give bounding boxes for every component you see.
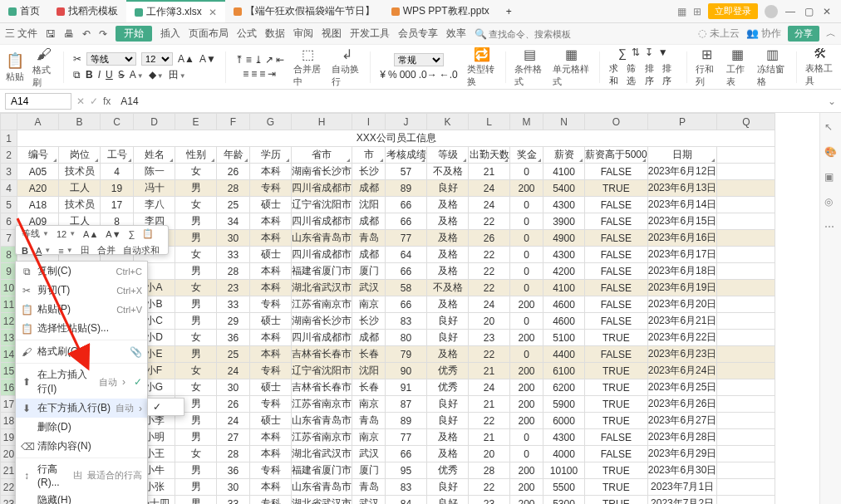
cell[interactable]: 90: [386, 363, 427, 379]
cell[interactable]: 男: [175, 313, 217, 330]
row-header[interactable]: 2: [1, 147, 17, 164]
cell[interactable]: 成都: [352, 330, 386, 346]
grid-icon[interactable]: ▦: [677, 6, 686, 17]
cell-style-button[interactable]: ▦单元格样式: [550, 45, 593, 90]
cell[interactable]: 84: [386, 496, 427, 505]
cell[interactable]: A05: [17, 164, 59, 180]
ctx-cut[interactable]: ✂剪切(T)Ctrl+X: [16, 281, 147, 300]
cell[interactable]: 男: [175, 496, 217, 505]
cell[interactable]: FALSE: [585, 263, 648, 280]
cloud-status[interactable]: ◌ 未上云: [698, 27, 739, 41]
cell[interactable]: 2023年6月21日: [647, 313, 717, 330]
cell[interactable]: 男: [175, 263, 217, 280]
comma-icon[interactable]: 000: [400, 69, 416, 81]
menu-layout[interactable]: 页面布局: [189, 27, 229, 41]
cell[interactable]: 男: [175, 296, 217, 313]
cell[interactable]: 0: [510, 280, 543, 296]
cell[interactable]: 女: [175, 164, 217, 180]
col-header-K[interactable]: K: [427, 114, 469, 130]
align-mid-icon[interactable]: ≡: [246, 54, 252, 66]
cell[interactable]: 2023年6月22日: [647, 330, 717, 346]
row-header[interactable]: 3: [1, 164, 17, 180]
format-brush-button[interactable]: 🖌格式刷: [30, 45, 57, 90]
col-header-N[interactable]: N: [543, 114, 585, 130]
cell[interactable]: 良好: [427, 479, 469, 496]
cell[interactable]: 本科: [250, 230, 292, 247]
cell[interactable]: 成都: [352, 180, 386, 197]
cell[interactable]: 青岛: [352, 230, 386, 247]
cell[interactable]: 青岛: [352, 479, 386, 496]
cell[interactable]: 19: [101, 180, 134, 197]
cell[interactable]: 李八: [134, 197, 175, 213]
mini-size[interactable]: 12▼: [54, 228, 78, 240]
mini-grow-icon[interactable]: A▲: [81, 228, 101, 240]
cell[interactable]: 36: [217, 330, 250, 346]
field-header[interactable]: 市: [352, 147, 386, 164]
cell[interactable]: A20: [17, 180, 59, 197]
cell[interactable]: FALSE: [585, 280, 648, 296]
filter-arrow-icon[interactable]: [504, 159, 508, 162]
filter-button[interactable]: ▼: [658, 46, 668, 60]
cell[interactable]: 本科: [250, 479, 292, 496]
field-header[interactable]: 薪资: [543, 147, 585, 164]
cell[interactable]: 6100: [543, 363, 585, 379]
cell[interactable]: 武汉: [352, 280, 386, 296]
qa-print-icon[interactable]: 🖶: [64, 28, 74, 40]
cell[interactable]: 厦门: [352, 263, 386, 280]
cell[interactable]: FALSE: [585, 213, 648, 230]
col-header-B[interactable]: B: [59, 114, 101, 130]
cell[interactable]: 0: [510, 197, 543, 213]
cell[interactable]: 及格: [427, 429, 469, 446]
cell[interactable]: 57: [386, 164, 427, 180]
filter-arrow-icon[interactable]: [95, 159, 98, 162]
doc-tab-4[interactable]: WPS PPT教程.pptx: [383, 0, 498, 22]
field-header[interactable]: 性别: [175, 147, 217, 164]
cell[interactable]: 0: [510, 263, 543, 280]
qa-redo-icon[interactable]: ↷: [99, 28, 107, 40]
cell[interactable]: 辽宁省沈阳市: [292, 197, 352, 213]
cell[interactable]: 4400: [543, 346, 585, 363]
search-icon[interactable]: 🔍: [475, 28, 487, 40]
cell[interactable]: 22: [469, 247, 510, 263]
cell[interactable]: 优秀: [427, 462, 469, 479]
cell[interactable]: 硕士: [250, 379, 292, 396]
cell[interactable]: 江苏省南京市: [292, 396, 352, 413]
col-header-I[interactable]: I: [352, 114, 386, 130]
cell[interactable]: 2023年6月18日: [647, 263, 717, 280]
cell[interactable]: 24: [469, 379, 510, 396]
cell[interactable]: 22: [469, 263, 510, 280]
cell[interactable]: 34: [217, 213, 250, 230]
cell[interactable]: 10100: [543, 462, 585, 479]
close-button[interactable]: ✕: [821, 6, 833, 17]
cell[interactable]: 成都: [352, 247, 386, 263]
cell[interactable]: 技术员: [59, 164, 101, 180]
font-color-button[interactable]: A▼: [130, 69, 144, 81]
title-cell[interactable]: XXX公司员工信息: [17, 130, 775, 147]
login-button[interactable]: 立即登录: [708, 3, 758, 19]
col-header-D[interactable]: D: [134, 114, 175, 130]
cell[interactable]: 不及格: [427, 164, 469, 180]
cell[interactable]: 26: [217, 164, 250, 180]
mini-autosum[interactable]: 自动求和: [120, 243, 162, 257]
minimize-button[interactable]: —: [784, 6, 796, 17]
cell[interactable]: 南京: [352, 429, 386, 446]
cell[interactable]: 2023年6月23日: [647, 346, 717, 363]
sp-select-icon[interactable]: ↖: [824, 121, 838, 135]
share-button[interactable]: 分享: [788, 26, 819, 42]
cell[interactable]: 4200: [543, 263, 585, 280]
accept-icon[interactable]: ✓: [90, 95, 98, 107]
cell[interactable]: 4600: [543, 313, 585, 330]
cell[interactable]: 200: [510, 180, 543, 197]
cell[interactable]: FALSE: [585, 446, 648, 462]
cell[interactable]: 26: [469, 230, 510, 247]
cell[interactable]: 200: [510, 462, 543, 479]
field-header[interactable]: 姓名: [134, 147, 175, 164]
mini-sum-button[interactable]: ∑: [126, 228, 138, 240]
cell[interactable]: 25: [217, 346, 250, 363]
ctx-paste-special[interactable]: 📋选择性粘贴(S)...: [16, 319, 147, 338]
align-bot-icon[interactable]: ⤓: [254, 54, 263, 66]
italic-button[interactable]: I: [98, 69, 101, 81]
cell[interactable]: 江苏省南京市: [292, 429, 352, 446]
cell[interactable]: 25: [217, 197, 250, 213]
cell[interactable]: 66: [386, 446, 427, 462]
